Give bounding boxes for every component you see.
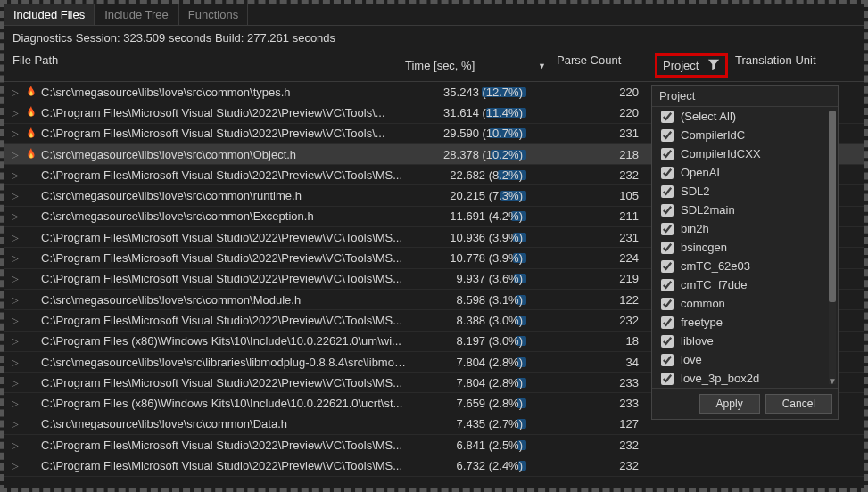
table-row[interactable]: ▷C:\Program Files\Microsoft Visual Studi… — [4, 435, 864, 455]
filter-option[interactable]: OpenAL — [652, 163, 838, 182]
filter-checkbox[interactable] — [661, 279, 674, 291]
cancel-button[interactable]: Cancel — [765, 394, 832, 414]
scrollbar-thumb[interactable] — [829, 111, 836, 302]
time-cell: 7.435 (2.7%) — [407, 417, 558, 430]
filter-option[interactable]: CompilerIdC — [652, 126, 838, 144]
filter-option[interactable]: bsincgen — [652, 238, 838, 257]
expand-icon[interactable]: ▷ — [9, 87, 21, 97]
expand-icon[interactable]: ▷ — [9, 357, 21, 367]
file-path: C:\Program Files\Microsoft Visual Studio… — [41, 376, 407, 390]
filter-option[interactable]: bin2h — [652, 219, 838, 238]
session-info: Diagnostics Session: 323.509 seconds Bui… — [4, 26, 864, 50]
filter-option[interactable]: freetype — [652, 313, 838, 332]
apply-button[interactable]: Apply — [699, 394, 760, 414]
parse-count: 232 — [558, 168, 657, 182]
expand-icon[interactable]: ▷ — [9, 150, 21, 160]
time-value: 7.804 (2.8%) — [457, 356, 523, 369]
filter-checkbox[interactable] — [661, 316, 674, 329]
time-cell: 10.936 (3.9%) — [407, 231, 558, 244]
filter-checkbox[interactable] — [661, 204, 674, 217]
filter-option[interactable]: CompilerIdCXX — [652, 144, 838, 163]
scrollbar-track[interactable] — [829, 111, 836, 384]
expand-icon[interactable]: ▷ — [9, 295, 21, 305]
parse-count: 34 — [558, 356, 657, 369]
filter-checkbox[interactable] — [661, 167, 674, 179]
filter-option-label: love_3p_box2d — [681, 372, 759, 385]
expand-icon[interactable]: ▷ — [9, 378, 21, 388]
filter-checkbox[interactable] — [661, 260, 674, 273]
file-path: C:\Program Files\Microsoft Visual Studio… — [41, 231, 407, 244]
fire-icon — [24, 85, 38, 99]
filter-option[interactable]: (Select All) — [652, 107, 838, 126]
expand-icon[interactable]: ▷ — [9, 108, 21, 118]
expand-icon[interactable]: ▷ — [9, 274, 21, 283]
header-parse-count[interactable]: Parse Count — [557, 53, 655, 78]
filter-option-label: common — [681, 297, 725, 310]
filter-checkbox[interactable] — [661, 185, 674, 198]
filter-checkbox[interactable] — [661, 148, 674, 160]
dropdown-list: ▲ ▼ (Select All)CompilerIdCCompilerIdCXX… — [652, 107, 838, 388]
time-cell: 8.598 (3.1%) — [407, 293, 558, 307]
filter-checkbox[interactable] — [661, 354, 674, 366]
table-row[interactable]: ▷C:\Program Files\Microsoft Visual Studi… — [4, 455, 864, 476]
filter-option[interactable]: love_3p_box2d — [652, 369, 838, 388]
file-path: C:\Program Files\Microsoft Visual Studio… — [41, 251, 407, 265]
filter-option-label: OpenAL — [681, 166, 723, 179]
expand-icon[interactable]: ▷ — [9, 461, 21, 471]
expand-icon[interactable]: ▷ — [9, 336, 21, 346]
file-path: C:\Program Files\Microsoft Visual Studio… — [41, 314, 407, 327]
filter-checkbox[interactable] — [661, 242, 674, 254]
header-time-label: Time [sec, %] — [405, 59, 475, 72]
expand-icon[interactable]: ▷ — [9, 253, 21, 263]
time-value: 7.804 (2.8%) — [457, 376, 523, 390]
file-path: C:\src\megasource\libs\love\src\common\O… — [41, 148, 407, 161]
header-translation-unit[interactable]: Translation Unit — [735, 53, 864, 78]
filter-option-label: freetype — [681, 316, 723, 329]
filter-option[interactable]: SDL2main — [652, 201, 838, 219]
filter-option[interactable]: liblove — [652, 332, 838, 350]
time-cell: 7.804 (2.8%) — [407, 376, 558, 390]
file-path: C:\Program Files\Microsoft Visual Studio… — [41, 168, 407, 182]
time-value: 8.598 (3.1%) — [457, 293, 523, 307]
expand-icon[interactable]: ▷ — [9, 211, 21, 221]
parse-count: 219 — [558, 272, 657, 285]
tab-include-tree[interactable]: Include Tree — [95, 4, 178, 25]
filter-option[interactable]: common — [652, 294, 838, 313]
filter-checkbox[interactable] — [661, 129, 674, 142]
scroll-down-icon[interactable]: ▼ — [828, 377, 837, 386]
parse-count: 18 — [558, 334, 657, 348]
expand-icon[interactable]: ▷ — [9, 233, 21, 242]
filter-option[interactable]: SDL2 — [652, 182, 838, 201]
time-value: 29.590 (10.7%) — [443, 127, 523, 140]
fire-icon — [24, 127, 38, 141]
expand-icon[interactable]: ▷ — [9, 398, 21, 408]
parse-count: 232 — [558, 314, 657, 327]
file-path: C:\src\megasource\libs\love\src\common\D… — [41, 417, 407, 430]
tab-functions[interactable]: Functions — [178, 4, 248, 25]
expand-icon[interactable]: ▷ — [9, 191, 21, 201]
time-cell: 22.682 (8.2%) — [407, 168, 558, 182]
time-cell: 28.378 (10.2%) — [407, 148, 558, 161]
time-value: 20.215 (7.3%) — [450, 189, 523, 202]
filter-icon[interactable] — [707, 58, 720, 73]
filter-checkbox[interactable] — [661, 111, 674, 123]
expand-icon[interactable]: ▷ — [9, 170, 21, 180]
header-file-path[interactable]: File Path — [4, 53, 405, 78]
filter-option[interactable]: cmTC_f7dde — [652, 275, 838, 294]
tab-included-files[interactable]: Included Files — [4, 4, 95, 25]
filter-checkbox[interactable] — [661, 335, 674, 348]
filter-option[interactable]: cmTC_62e03 — [652, 257, 838, 275]
time-cell: 10.778 (3.9%) — [407, 251, 558, 265]
header-project[interactable]: Project — [655, 53, 735, 78]
time-cell: 9.937 (3.6%) — [407, 272, 558, 285]
expand-icon[interactable]: ▷ — [9, 440, 21, 450]
filter-checkbox[interactable] — [661, 298, 674, 310]
expand-icon[interactable]: ▷ — [9, 316, 21, 325]
header-time[interactable]: Time [sec, %] ▼ — [405, 53, 557, 78]
expand-icon[interactable]: ▷ — [9, 128, 21, 138]
filter-checkbox[interactable] — [661, 373, 674, 385]
time-value: 35.243 (12.7%) — [443, 86, 523, 99]
filter-checkbox[interactable] — [661, 223, 674, 235]
expand-icon[interactable]: ▷ — [9, 419, 21, 429]
filter-option[interactable]: love — [652, 350, 838, 369]
